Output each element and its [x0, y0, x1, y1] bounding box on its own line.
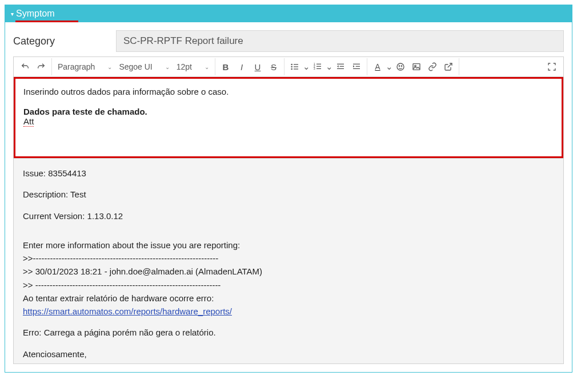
error-detail-line: Erro: Carrega a página porém não gera o … [23, 326, 554, 339]
panel-title: Symptom [16, 9, 55, 19]
chevron-down-icon: ⌄ [303, 62, 310, 72]
more-info-line: Enter more information about the issue y… [23, 239, 554, 252]
undo-button[interactable] [17, 58, 33, 75]
svg-rect-12 [337, 64, 344, 64]
svg-rect-7 [316, 64, 321, 64]
svg-rect-11 [316, 68, 321, 69]
svg-rect-21 [413, 64, 420, 70]
category-label: Category [13, 35, 116, 47]
emoji-button[interactable] [392, 58, 408, 75]
font-family-select[interactable]: Segoe UI ⌄ [115, 58, 173, 75]
editor-line-bold: Dados para teste de chamado. [23, 107, 554, 116]
svg-point-2 [291, 66, 292, 68]
svg-rect-5 [294, 68, 298, 69]
strikethrough-button[interactable]: S [266, 58, 282, 75]
paragraph-select[interactable]: Paragraph ⌄ [54, 58, 115, 75]
symptom-panel: ▾ Symptom Category SC-PR-RPTF Report fai… [5, 5, 572, 373]
chevron-down-icon: ⌄ [165, 64, 170, 70]
svg-rect-3 [294, 66, 298, 67]
svg-point-20 [401, 66, 402, 66]
open-link-button[interactable] [440, 58, 456, 75]
svg-rect-14 [337, 68, 344, 69]
redo-button[interactable] [33, 58, 49, 75]
indent-button[interactable] [348, 58, 364, 75]
font-color-dropdown[interactable]: ⌄ [386, 58, 392, 75]
font-size-label: 12pt [177, 62, 192, 71]
collapse-caret-icon: ▾ [11, 11, 14, 17]
chevron-down-icon: ⌄ [205, 64, 209, 70]
issue-line: Issue: 83554413 [23, 167, 554, 180]
svg-rect-16 [356, 66, 360, 67]
separator-line: >>--------------------------------------… [23, 252, 554, 265]
signoff-line: Atenciosamente, [23, 347, 554, 361]
numbered-list-button[interactable]: 123 [310, 58, 326, 75]
numbered-list-dropdown[interactable]: ⌄ [326, 58, 332, 75]
editor-content-area[interactable]: Inserindo outros dados para informação s… [14, 77, 563, 158]
image-button[interactable] [408, 58, 424, 75]
version-line: Current Version: 1.13.0.12 [23, 209, 554, 223]
category-row: Category SC-PR-RPTF Report failure [13, 30, 564, 52]
svg-point-4 [291, 68, 292, 70]
annotation-underline [15, 21, 78, 22]
editor-line-spellcheck: Att [23, 116, 34, 127]
description-line: Description: Test [23, 188, 554, 201]
svg-rect-1 [294, 64, 298, 64]
svg-rect-17 [353, 68, 360, 69]
category-field[interactable]: SC-PR-RPTF Report failure [116, 30, 564, 52]
bullet-list-dropdown[interactable]: ⌄ [303, 58, 310, 75]
chevron-down-icon: ⌄ [107, 64, 112, 70]
fullscreen-button[interactable] [544, 58, 560, 75]
svg-rect-13 [340, 66, 344, 67]
description-area[interactable]: Issue: 83554413 Description: Test Curren… [13, 159, 564, 364]
bold-button[interactable]: B [218, 58, 234, 75]
timeline-line: >> 30/01/2023 18:21 - john.doe@almaden.a… [23, 265, 554, 278]
svg-point-19 [399, 66, 399, 66]
rich-text-editor: Paragraph ⌄ Segoe UI ⌄ 12pt ⌄ B I U [13, 56, 564, 159]
svg-point-18 [397, 63, 404, 70]
svg-rect-9 [316, 66, 321, 67]
editor-toolbar: Paragraph ⌄ Segoe UI ⌄ 12pt ⌄ B I U [14, 57, 563, 77]
editor-line: Inserindo outros dados para informação s… [23, 87, 554, 96]
separator-line: >> -------------------------------------… [23, 278, 554, 292]
panel-header[interactable]: ▾ Symptom [5, 5, 572, 22]
svg-point-0 [291, 64, 292, 66]
outdent-button[interactable] [332, 58, 348, 75]
link-button[interactable] [424, 58, 440, 75]
report-link[interactable]: https://smart.automatos.com/reports/hard… [23, 306, 232, 316]
font-family-label: Segoe UI [119, 62, 152, 71]
font-color-button[interactable]: A [370, 58, 386, 75]
underline-button[interactable]: U [250, 58, 266, 75]
chevron-down-icon: ⌄ [386, 62, 393, 72]
svg-rect-15 [353, 64, 360, 64]
svg-text:3: 3 [314, 67, 315, 70]
paragraph-select-label: Paragraph [58, 62, 95, 71]
italic-button[interactable]: I [234, 58, 250, 75]
font-size-select[interactable]: 12pt ⌄ [173, 58, 213, 75]
bullet-list-button[interactable] [287, 58, 303, 75]
panel-body: Category SC-PR-RPTF Report failure Parag… [5, 22, 572, 372]
chevron-down-icon: ⌄ [326, 62, 333, 72]
error-intro-line: Ao tentar extrair relatório de hardware … [23, 292, 554, 305]
